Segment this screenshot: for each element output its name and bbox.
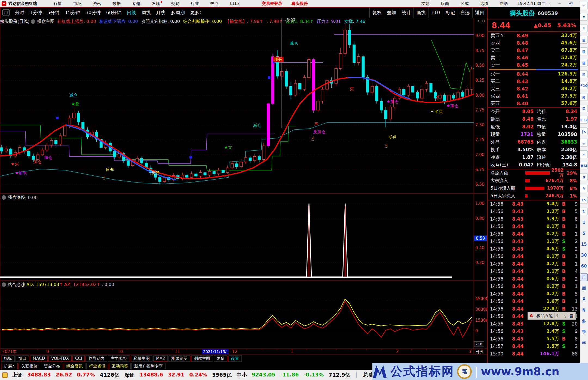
ime-button-0[interactable]: A <box>528 313 535 318</box>
current-stock-menu[interactable]: 狮头股份 <box>292 1 308 6</box>
min30-icon[interactable]: 30 <box>580 252 587 259</box>
menu-item-资讯[interactable]: 资讯 <box>87 1 107 6</box>
refresh-icon[interactable]: ↻ <box>580 208 588 215</box>
period-日线[interactable]: 日线 <box>124 10 139 16</box>
menu-item-行业[interactable]: 行业 <box>185 1 205 6</box>
zixuan-icon[interactable]: 自 <box>580 105 588 112</box>
menu-item-专题[interactable]: 专题 <box>126 1 146 6</box>
tab-主力监控[interactable]: 主力监控 <box>108 355 130 362</box>
period-周线[interactable]: 周线 <box>139 10 154 16</box>
toolbar-画线-button[interactable]: 画线 <box>414 7 428 18</box>
period-月线[interactable]: 月线 <box>154 10 168 16</box>
period-30分钟[interactable]: 30分钟 <box>83 10 103 16</box>
layout-icon[interactable]: ◫ <box>2 9 10 16</box>
kline-chart-canvas[interactable]: 9.008.758.508.258.007.757.507.257.006.75… <box>0 18 487 355</box>
tab-私募主图[interactable]: 私募主图 <box>131 355 152 362</box>
wave-icon[interactable]: ≈ <box>580 150 588 158</box>
up-icon[interactable]: ⇧ <box>580 13 588 21</box>
menu-item-L1L2[interactable]: L1L2 <box>224 1 246 6</box>
ime-button-2[interactable]: ☾ <box>555 313 562 318</box>
tab-行业资讯[interactable]: 行业资讯 <box>86 363 108 369</box>
menu-item-热点[interactable]: 热点 <box>205 1 224 6</box>
menu-item-数据[interactable]: 数据 <box>107 1 126 6</box>
tab-综合资讯[interactable]: 综合资讯 <box>64 363 85 369</box>
period-15分钟[interactable]: 15分钟 <box>62 10 83 16</box>
period-60分钟[interactable]: 60分钟 <box>103 10 124 16</box>
menu-item-帮助[interactable]: 帮助 <box>494 1 514 6</box>
circle-icon[interactable]: ◎ <box>580 139 588 147</box>
toolbar-标记-button[interactable]: 标记 <box>443 7 458 18</box>
menu-item-功能[interactable]: 功能 <box>416 1 435 6</box>
back-icon[interactable]: ⇦ <box>580 2 588 9</box>
tab-指标[interactable]: 指标 <box>1 355 15 362</box>
quote-list-icon[interactable]: ▤ <box>580 36 588 44</box>
tab-更多[interactable]: 更多 <box>214 355 227 362</box>
ime-toolbar[interactable]: A极品五笔☾·‚▦ <box>528 312 576 320</box>
grid-icon[interactable]: ▦ <box>580 59 588 66</box>
period-5分钟[interactable]: 5分钟 <box>45 10 62 16</box>
tab-MA2[interactable]: MA2 <box>153 355 168 361</box>
down-icon[interactable]: ⇩ <box>580 25 588 32</box>
trade-login-status[interactable]: 交易未登录 <box>262 1 282 6</box>
tab-VOL-TDX[interactable]: VOL-TDX <box>48 355 72 361</box>
market-status-icon[interactable] <box>2 372 8 378</box>
kline-icon[interactable]: ▨ <box>580 70 588 78</box>
tick-list[interactable]: 14:568.439.4万B914:568.432.2万B514:568.435… <box>488 200 580 358</box>
min15-icon[interactable]: 15 <box>580 241 587 248</box>
ime-button-4[interactable]: ▦ <box>568 313 575 318</box>
ime-button-3[interactable]: ·‚ <box>562 313 568 318</box>
tab-测试主图[interactable]: 测试主图 <box>191 355 213 362</box>
min60-icon[interactable]: 60 <box>580 263 587 270</box>
f10-icon[interactable]: F10 <box>580 82 588 89</box>
tab-扩展∧[interactable]: 扩展∧ <box>1 363 18 369</box>
rsi-icon[interactable]: RSI <box>580 162 588 169</box>
year-icon[interactable]: 年 <box>580 339 587 346</box>
menu-item-版面[interactable]: 版面 <box>435 1 455 6</box>
menu-item-交易[interactable]: 交易 <box>166 1 185 6</box>
menu-item-行情[interactable]: 行情 <box>48 1 68 6</box>
tab-互动问答[interactable]: 互动问答 <box>109 363 131 369</box>
tab-窗口[interactable]: 窗口 <box>16 355 29 362</box>
toolbar-F10-button[interactable]: F10 <box>428 7 443 18</box>
min1-icon[interactable]: 1 <box>580 219 587 226</box>
pencil-icon[interactable]: ✎ <box>580 185 588 192</box>
f5-icon[interactable]: F5 <box>580 196 588 204</box>
menu-item-发现[interactable]: 发现 <box>146 1 166 6</box>
toolbar-复权-button[interactable]: 复权 <box>369 7 384 18</box>
toolbar-统计-button[interactable]: 统计 <box>399 7 414 18</box>
window-restore-icon[interactable]: 🗗 <box>569 1 573 6</box>
tab-测试副图[interactable]: 测试副图 <box>169 355 190 362</box>
money-icon[interactable]: $ <box>580 173 588 181</box>
menu-item-公式[interactable]: 公式 <box>455 1 474 6</box>
tab-趋势动力[interactable]: 趋势动力 <box>85 355 107 362</box>
tree-icon[interactable]: ▩ <box>580 93 588 101</box>
window-nav-back-icon[interactable]: ‹ <box>549 1 551 6</box>
week-icon[interactable]: 周 <box>580 285 587 292</box>
period-多周期[interactable]: 多周期 <box>168 10 188 16</box>
min5-icon[interactable]: 5 <box>580 230 587 237</box>
n-period-icon[interactable]: N <box>580 307 587 314</box>
period-分时[interactable]: 分时 <box>12 10 27 16</box>
window-minimize-icon[interactable]: − <box>558 1 561 6</box>
tab-MACD[interactable]: MACD <box>30 355 48 361</box>
period-更多〉[interactable]: 更多〉 <box>188 10 207 16</box>
formula-icon[interactable]: ƒx <box>580 127 588 135</box>
toolbar-叠加-button[interactable]: 叠加 <box>384 7 399 18</box>
day-icon[interactable]: 日 <box>580 273 588 281</box>
tab-关联报价[interactable]: 关联报价 <box>19 363 40 369</box>
quarter-icon[interactable]: 季 <box>580 329 587 336</box>
menu-item-选项[interactable]: 选项 <box>474 1 494 6</box>
tab-设置[interactable]: 设置 <box>228 355 242 362</box>
month-icon[interactable]: 月 <box>580 296 587 303</box>
board-icon[interactable]: ▥ <box>580 47 588 55</box>
ime-button-1[interactable]: 极品五笔 <box>535 313 555 318</box>
tab-新用户福利专享[interactable]: 新用户福利专享 <box>131 363 166 369</box>
multi-icon[interactable]: 多 <box>580 318 587 325</box>
tab-资金分布[interactable]: 资金分布 <box>41 363 63 369</box>
f12-icon[interactable]: F12 <box>580 116 588 124</box>
menu-item-市场[interactable]: 市场 <box>68 1 87 6</box>
chart-corner-icons[interactable]: ◇ ⊡ <box>478 19 485 23</box>
period-1分钟[interactable]: 1分钟 <box>27 10 45 16</box>
toolbar-返回-button[interactable]: 返回 <box>472 7 487 18</box>
tab-CCI[interactable]: CCI <box>72 355 85 361</box>
